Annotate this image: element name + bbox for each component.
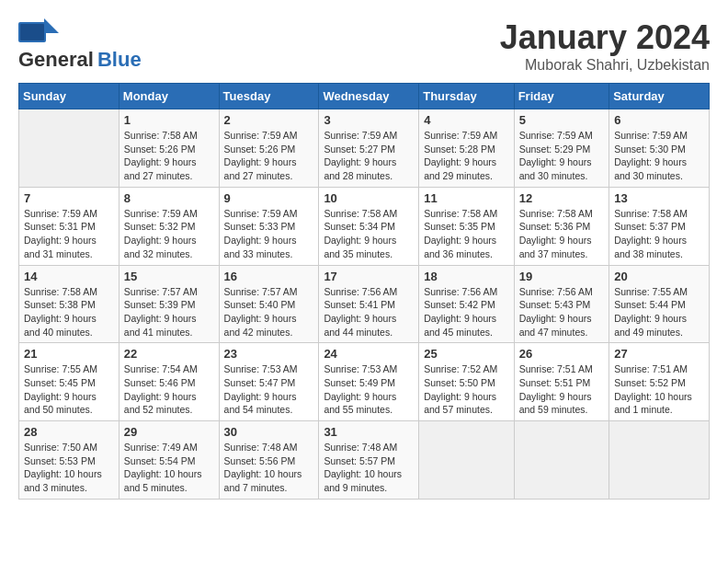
day-number: 1 (124, 113, 214, 127)
day-info: Sunrise: 7:59 AM Sunset: 5:29 PM Dayligh… (519, 129, 604, 183)
calendar-cell (514, 421, 609, 500)
calendar-cell: 10Sunrise: 7:58 AM Sunset: 5:34 PM Dayli… (319, 187, 419, 265)
day-info: Sunrise: 7:59 AM Sunset: 5:32 PM Dayligh… (124, 207, 214, 261)
day-number: 6 (614, 113, 704, 127)
day-info: Sunrise: 7:52 AM Sunset: 5:50 PM Dayligh… (424, 362, 508, 417)
calendar-cell (19, 109, 119, 188)
weekday-header: Sunday (19, 84, 119, 109)
calendar-cell: 11Sunrise: 7:58 AM Sunset: 5:35 PM Dayli… (419, 187, 514, 265)
day-number: 12 (519, 191, 604, 205)
logo: General Blue (18, 18, 142, 72)
day-number: 25 (424, 347, 508, 361)
day-info: Sunrise: 7:58 AM Sunset: 5:34 PM Dayligh… (324, 207, 414, 261)
calendar-cell: 23Sunrise: 7:53 AM Sunset: 5:47 PM Dayli… (219, 343, 319, 421)
weekday-header: Wednesday (319, 84, 419, 109)
page-header: General Blue January 2024 Muborak Shahri… (18, 18, 710, 74)
calendar-cell: 2Sunrise: 7:59 AM Sunset: 5:26 PM Daylig… (219, 109, 319, 188)
calendar-cell: 31Sunrise: 7:48 AM Sunset: 5:57 PM Dayli… (319, 421, 419, 500)
calendar-cell: 8Sunrise: 7:59 AM Sunset: 5:32 PM Daylig… (119, 187, 219, 265)
calendar-cell: 3Sunrise: 7:59 AM Sunset: 5:27 PM Daylig… (319, 109, 419, 188)
weekday-header-row: SundayMondayTuesdayWednesdayThursdayFrid… (19, 84, 710, 109)
svg-marker-1 (44, 18, 59, 33)
day-number: 5 (519, 113, 604, 127)
day-number: 13 (614, 191, 704, 205)
day-info: Sunrise: 7:53 AM Sunset: 5:49 PM Dayligh… (324, 362, 414, 417)
calendar-cell: 22Sunrise: 7:54 AM Sunset: 5:46 PM Dayli… (119, 343, 219, 421)
svg-rect-2 (20, 24, 44, 40)
day-number: 30 (224, 425, 314, 439)
day-info: Sunrise: 7:59 AM Sunset: 5:31 PM Dayligh… (24, 207, 114, 261)
day-number: 21 (24, 347, 114, 361)
day-info: Sunrise: 7:57 AM Sunset: 5:40 PM Dayligh… (224, 285, 314, 339)
calendar-cell: 25Sunrise: 7:52 AM Sunset: 5:50 PM Dayli… (419, 343, 514, 421)
day-number: 31 (324, 425, 414, 439)
day-info: Sunrise: 7:55 AM Sunset: 5:45 PM Dayligh… (24, 362, 114, 417)
day-number: 17 (324, 270, 414, 283)
day-info: Sunrise: 7:51 AM Sunset: 5:52 PM Dayligh… (614, 362, 704, 417)
logo-blue-text: Blue (97, 48, 142, 72)
calendar-cell (609, 421, 710, 500)
day-info: Sunrise: 7:59 AM Sunset: 5:28 PM Dayligh… (424, 129, 508, 183)
calendar-cell (419, 421, 514, 500)
calendar-cell: 18Sunrise: 7:56 AM Sunset: 5:42 PM Dayli… (419, 265, 514, 343)
day-number: 7 (24, 191, 114, 205)
day-number: 26 (519, 347, 604, 361)
calendar-cell: 19Sunrise: 7:56 AM Sunset: 5:43 PM Dayli… (514, 265, 609, 343)
day-info: Sunrise: 7:50 AM Sunset: 5:53 PM Dayligh… (24, 441, 114, 495)
day-info: Sunrise: 7:48 AM Sunset: 5:56 PM Dayligh… (224, 441, 314, 495)
calendar-cell: 14Sunrise: 7:58 AM Sunset: 5:38 PM Dayli… (19, 265, 119, 343)
calendar-cell: 4Sunrise: 7:59 AM Sunset: 5:28 PM Daylig… (419, 109, 514, 188)
day-info: Sunrise: 7:53 AM Sunset: 5:47 PM Dayligh… (224, 362, 314, 417)
calendar-cell: 27Sunrise: 7:51 AM Sunset: 5:52 PM Dayli… (609, 343, 710, 421)
day-info: Sunrise: 7:58 AM Sunset: 5:36 PM Dayligh… (519, 207, 604, 261)
day-info: Sunrise: 7:58 AM Sunset: 5:35 PM Dayligh… (424, 207, 508, 261)
calendar-table: SundayMondayTuesdayWednesdayThursdayFrid… (18, 83, 710, 500)
calendar-week-row: 21Sunrise: 7:55 AM Sunset: 5:45 PM Dayli… (19, 343, 710, 421)
calendar-week-row: 1Sunrise: 7:58 AM Sunset: 5:26 PM Daylig… (19, 109, 710, 188)
weekday-header: Thursday (419, 84, 514, 109)
day-number: 19 (519, 270, 604, 283)
day-number: 8 (124, 191, 214, 205)
day-info: Sunrise: 7:54 AM Sunset: 5:46 PM Dayligh… (124, 362, 214, 417)
weekday-header: Tuesday (219, 84, 319, 109)
day-number: 11 (424, 191, 508, 205)
page-location: Muborak Shahri, Uzbekistan (500, 57, 710, 74)
day-info: Sunrise: 7:59 AM Sunset: 5:33 PM Dayligh… (224, 207, 314, 261)
day-number: 22 (124, 347, 214, 361)
day-number: 28 (24, 425, 114, 439)
weekday-header: Saturday (609, 84, 710, 109)
calendar-cell: 13Sunrise: 7:58 AM Sunset: 5:37 PM Dayli… (609, 187, 710, 265)
day-info: Sunrise: 7:59 AM Sunset: 5:30 PM Dayligh… (614, 129, 704, 183)
day-number: 18 (424, 270, 508, 283)
calendar-cell: 20Sunrise: 7:55 AM Sunset: 5:44 PM Dayli… (609, 265, 710, 343)
weekday-header: Friday (514, 84, 609, 109)
day-number: 15 (124, 270, 214, 283)
calendar-cell: 29Sunrise: 7:49 AM Sunset: 5:54 PM Dayli… (119, 421, 219, 500)
calendar-week-row: 7Sunrise: 7:59 AM Sunset: 5:31 PM Daylig… (19, 187, 710, 265)
calendar-cell: 12Sunrise: 7:58 AM Sunset: 5:36 PM Dayli… (514, 187, 609, 265)
day-number: 10 (324, 191, 414, 205)
day-info: Sunrise: 7:59 AM Sunset: 5:27 PM Dayligh… (324, 129, 414, 183)
calendar-cell: 15Sunrise: 7:57 AM Sunset: 5:39 PM Dayli… (119, 265, 219, 343)
calendar-cell: 7Sunrise: 7:59 AM Sunset: 5:31 PM Daylig… (19, 187, 119, 265)
calendar-cell: 16Sunrise: 7:57 AM Sunset: 5:40 PM Dayli… (219, 265, 319, 343)
day-info: Sunrise: 7:51 AM Sunset: 5:51 PM Dayligh… (519, 362, 604, 417)
calendar-week-row: 14Sunrise: 7:58 AM Sunset: 5:38 PM Dayli… (19, 265, 710, 343)
day-number: 29 (124, 425, 214, 439)
day-info: Sunrise: 7:57 AM Sunset: 5:39 PM Dayligh… (124, 285, 214, 339)
day-info: Sunrise: 7:56 AM Sunset: 5:41 PM Dayligh… (324, 285, 414, 339)
calendar-cell: 6Sunrise: 7:59 AM Sunset: 5:30 PM Daylig… (609, 109, 710, 188)
day-info: Sunrise: 7:55 AM Sunset: 5:44 PM Dayligh… (614, 285, 704, 339)
day-number: 9 (224, 191, 314, 205)
day-info: Sunrise: 7:56 AM Sunset: 5:42 PM Dayligh… (424, 285, 508, 339)
day-number: 24 (324, 347, 414, 361)
day-number: 4 (424, 113, 508, 127)
day-number: 27 (614, 347, 704, 361)
calendar-cell: 24Sunrise: 7:53 AM Sunset: 5:49 PM Dayli… (319, 343, 419, 421)
page-title: January 2024 (500, 18, 710, 57)
calendar-cell: 1Sunrise: 7:58 AM Sunset: 5:26 PM Daylig… (119, 109, 219, 188)
calendar-cell: 30Sunrise: 7:48 AM Sunset: 5:56 PM Dayli… (219, 421, 319, 500)
day-number: 16 (224, 270, 314, 283)
calendar-cell: 9Sunrise: 7:59 AM Sunset: 5:33 PM Daylig… (219, 187, 319, 265)
day-info: Sunrise: 7:48 AM Sunset: 5:57 PM Dayligh… (324, 441, 414, 495)
